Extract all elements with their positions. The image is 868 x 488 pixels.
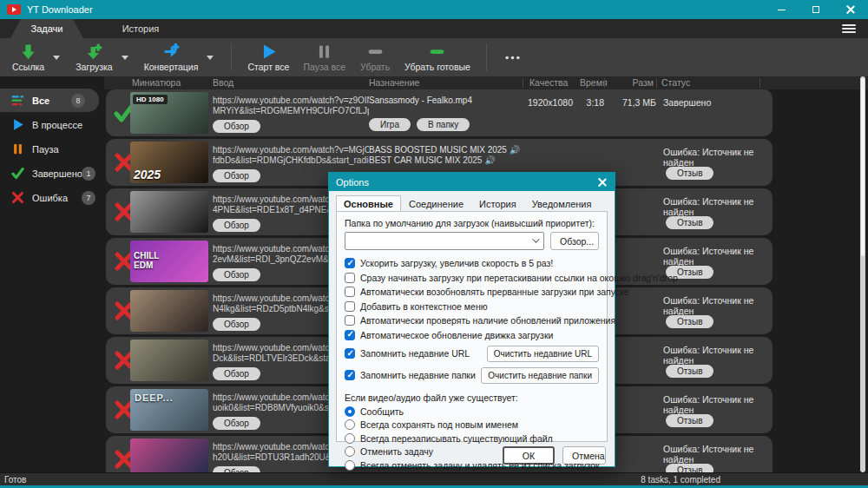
dialog-tab-2[interactable]: Соединение: [401, 195, 471, 212]
radio-icon[interactable]: [345, 433, 355, 444]
browse-button[interactable]: Обзор: [213, 318, 260, 331]
sidebar-item-label: Пауза: [32, 144, 59, 155]
sidebar-item-paused[interactable]: Пауза: [0, 137, 104, 161]
feedback-button[interactable]: Отзыв: [666, 464, 713, 472]
scrollbar[interactable]: [860, 76, 865, 472]
radio-icon[interactable]: [345, 460, 355, 471]
dialog-titlebar[interactable]: Options: [329, 173, 615, 191]
table-row[interactable]: HD 1080https://www.youtube.com/watch?v=z…: [106, 89, 773, 136]
status-text: Завершено: [663, 97, 769, 108]
remember-checkbox[interactable]: Запомнить недавние папки: [345, 370, 476, 380]
folder-browse-button[interactable]: Обзор...: [550, 232, 599, 250]
option-checkbox-row-5[interactable]: Автоматически проверять наличие обновлен…: [345, 315, 599, 326]
browse-button[interactable]: Обзор: [213, 466, 260, 472]
toolbar-remove-button[interactable]: Убрать: [352, 38, 398, 76]
column-divider: [656, 78, 657, 88]
toolbar-start-all-button[interactable]: Старт все: [240, 38, 296, 76]
titlebar[interactable]: YT Downloader: [0, 0, 868, 19]
toolbar-link-button[interactable]: Ссылка: [5, 38, 51, 76]
checkbox-icon[interactable]: [345, 287, 355, 297]
menu-hamburger-icon[interactable]: [842, 24, 856, 33]
sidebar-item-label: Все: [32, 96, 49, 106]
paused-icon: [11, 142, 24, 155]
feedback-button[interactable]: Отзыв: [666, 167, 713, 180]
url-line-1: https://www.youtube.com/watch?v=MGjCHK: [213, 145, 369, 155]
dialog-tab-3[interactable]: История: [471, 195, 524, 212]
dropdown-chevron-icon[interactable]: [53, 56, 60, 60]
status-task-count: 8 tasks, 1 completed: [641, 475, 720, 485]
option-checkbox-row-3[interactable]: Автоматически возобновлять прерванные за…: [345, 287, 599, 297]
dropdown-chevron-icon[interactable]: [122, 56, 128, 60]
dialog-tab-1[interactable]: Основные: [336, 195, 401, 212]
more-icon: [504, 49, 521, 66]
checkbox-icon[interactable]: [345, 370, 355, 380]
sidebar-item-done[interactable]: Завершено1: [0, 162, 104, 185]
browse-button[interactable]: Обзор: [213, 169, 260, 182]
sidebar-item-label: В процессе: [32, 120, 82, 130]
option-checkbox-row-1[interactable]: Ускорить загрузку, увеличив скорость в 5…: [345, 258, 599, 268]
toolbar-button-label: Старт все: [247, 62, 289, 72]
sidebar-item-all[interactable]: Все8: [0, 89, 99, 112]
video-thumbnail: [130, 290, 208, 332]
option-checkbox-row-6[interactable]: Автоматическое обновление движка загрузк…: [345, 330, 599, 340]
radio-icon[interactable]: [345, 419, 355, 430]
toolbar-download-button[interactable]: Загрузка: [69, 38, 119, 76]
checkbox-icon[interactable]: [345, 330, 355, 340]
remove-done-icon: [429, 43, 445, 60]
feedback-button[interactable]: Отзыв: [666, 216, 713, 229]
video-thumbnail: [130, 340, 208, 381]
scrollbar-thumb[interactable]: [861, 78, 865, 256]
checkbox-icon[interactable]: [345, 348, 355, 359]
remove-icon: [367, 43, 384, 60]
sidebar-item-inprogress[interactable]: В процессе: [0, 113, 104, 136]
remember-option-row-1: Запомнить недавние URLОчистить недавние …: [345, 346, 599, 362]
tab-tasks[interactable]: Задачи: [0, 19, 94, 38]
toolbar-button-label: Ссылка: [12, 62, 44, 72]
file-exists-radio-row-2[interactable]: Всегда сохранять под новым именем: [345, 419, 599, 430]
feedback-button[interactable]: Отзыв: [666, 414, 713, 427]
radio-icon[interactable]: [345, 406, 355, 417]
checkbox-icon[interactable]: [345, 315, 355, 326]
dropdown-chevron-icon[interactable]: [207, 56, 214, 60]
dialog-tabs: ОсновныеСоединениеИсторияУведомления: [329, 192, 615, 212]
toolbar-remove-done-button[interactable]: Убрать готовые: [398, 38, 477, 76]
status-bar: Готов 8 tasks, 1 completed: [0, 472, 868, 486]
checkbox-icon[interactable]: [345, 258, 355, 268]
checkbox-label: Автоматически проверять наличие обновлен…: [360, 315, 615, 326]
pause-all-icon: [316, 43, 332, 60]
open-folder-button[interactable]: В папку: [417, 118, 470, 131]
toolbar-convert-button[interactable]: Конвертация: [137, 38, 206, 76]
feedback-button[interactable]: Отзыв: [666, 365, 713, 378]
default-folder-combobox[interactable]: [345, 232, 544, 250]
option-checkbox-row-4[interactable]: Добавить в контекстное меню: [345, 301, 599, 312]
minimize-button[interactable]: [764, 0, 799, 19]
feedback-button[interactable]: Отзыв: [666, 315, 713, 328]
tab-history[interactable]: История: [94, 19, 187, 38]
browse-button[interactable]: Обзор: [213, 417, 260, 430]
option-checkbox-row-2[interactable]: Сразу начинать загрузку при перетаскиван…: [345, 273, 599, 283]
file-exists-radio-row-3[interactable]: Всегда перезаписывать существующий файл: [345, 433, 599, 444]
file-exists-radio-row-1[interactable]: Сообщить: [345, 406, 599, 417]
browse-button[interactable]: Обзор: [213, 219, 260, 232]
file-exists-radio-row-5[interactable]: Всегда отменять задачу и удалять ее из с…: [345, 460, 599, 471]
dialog-tab-4[interactable]: Уведомления: [524, 195, 600, 212]
dialog-close-icon[interactable]: [597, 177, 608, 188]
close-button[interactable]: [833, 0, 868, 19]
sidebar-item-error[interactable]: Ошибка7: [0, 186, 104, 209]
browse-button[interactable]: Обзор: [213, 268, 260, 281]
checkbox-icon[interactable]: [345, 273, 355, 283]
toolbar-more-button[interactable]: [496, 38, 530, 76]
clear-recent-button-2[interactable]: Очистить недавние папки: [481, 367, 599, 384]
radio-icon[interactable]: [345, 446, 355, 457]
play-file-button[interactable]: Игра: [369, 118, 411, 131]
browse-button[interactable]: Обзор: [213, 367, 260, 380]
file-exists-radio-row-4[interactable]: Отменить задачу: [345, 446, 599, 457]
toolbar-pause-all-button[interactable]: Пауза все: [296, 38, 352, 76]
clear-recent-button-1[interactable]: Очистить недавние URL: [487, 346, 599, 362]
remember-checkbox[interactable]: Запомнить недавние URL: [345, 348, 470, 359]
maximize-button[interactable]: [799, 0, 833, 19]
count-badge: 7: [82, 191, 95, 205]
radio-label: Всегда отменять задачу и удалять ее из с…: [360, 460, 600, 471]
checkbox-icon[interactable]: [345, 301, 355, 312]
browse-button[interactable]: Обзор: [213, 120, 260, 133]
